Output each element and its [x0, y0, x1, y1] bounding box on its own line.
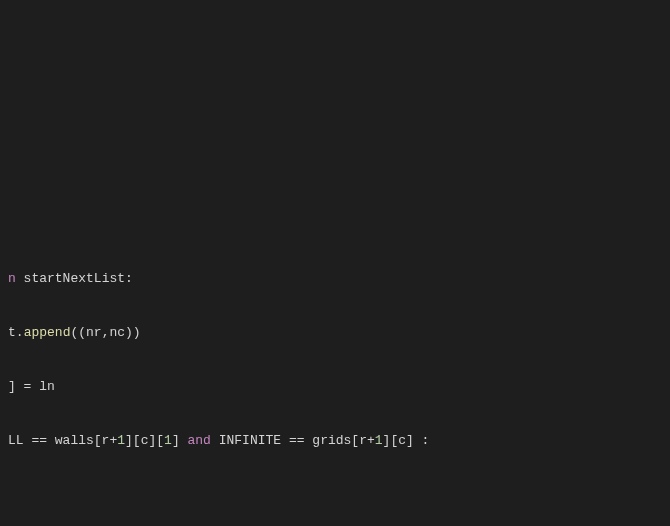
code-line: LL == walls[r+1][c][1] and INFINITE == g… [0, 432, 670, 450]
func-append: append [24, 325, 71, 340]
code-line: n startNextList: [0, 270, 670, 288]
operator-eq: == [289, 433, 305, 448]
number-literal: 1 [375, 433, 383, 448]
code-text: walls[r [47, 433, 109, 448]
code-text: startNextList: [16, 271, 133, 286]
code-text: ][c][ [125, 433, 164, 448]
keyword-and: and [188, 433, 211, 448]
number-literal: 1 [117, 433, 125, 448]
code-text: LL [8, 433, 31, 448]
code-line: t.append((nr,nc)) [0, 324, 670, 342]
number-literal: 1 [164, 433, 172, 448]
code-text: ] [172, 433, 188, 448]
code-line [0, 126, 670, 144]
code-text: = ln [16, 379, 55, 394]
code-text: ((nr,nc)) [70, 325, 140, 340]
code-editor[interactable]: n startNextList: t.append((nr,nc)) ] = l… [0, 0, 670, 526]
code-line: ] = ln [0, 378, 670, 396]
keyword-in: n [8, 271, 16, 286]
code-text: INFINITE [211, 433, 289, 448]
code-text: . [16, 325, 24, 340]
operator-eq: == [31, 433, 47, 448]
code-text: t [8, 325, 16, 340]
code-line [0, 180, 670, 198]
operator-plus: + [367, 433, 375, 448]
code-line [0, 72, 670, 90]
code-text: ][c] : [383, 433, 430, 448]
code-line [0, 522, 670, 526]
code-text: ] [8, 379, 16, 394]
code-text: grids[r [305, 433, 367, 448]
